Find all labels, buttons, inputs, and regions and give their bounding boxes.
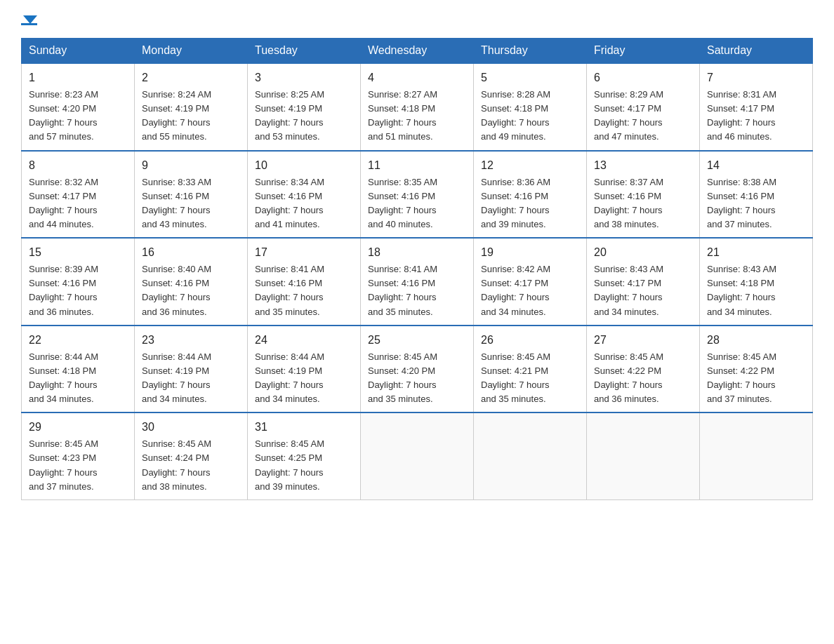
calendar-cell: 17Sunrise: 8:41 AMSunset: 4:16 PMDayligh… — [248, 238, 361, 326]
calendar-cell: 24Sunrise: 8:44 AMSunset: 4:19 PMDayligh… — [248, 326, 361, 413]
day-info: Sunrise: 8:43 AMSunset: 4:17 PMDaylight:… — [594, 262, 692, 319]
day-info: Sunrise: 8:25 AMSunset: 4:19 PMDaylight:… — [255, 88, 353, 145]
day-info: Sunrise: 8:38 AMSunset: 4:16 PMDaylight:… — [707, 175, 805, 232]
calendar-cell: 20Sunrise: 8:43 AMSunset: 4:17 PMDayligh… — [587, 238, 700, 326]
calendar-cell: 7Sunrise: 8:31 AMSunset: 4:17 PMDaylight… — [700, 63, 813, 151]
calendar-cell: 21Sunrise: 8:43 AMSunset: 4:18 PMDayligh… — [700, 238, 813, 326]
calendar-cell: 26Sunrise: 8:45 AMSunset: 4:21 PMDayligh… — [474, 326, 587, 413]
day-number: 9 — [142, 157, 240, 174]
day-number: 28 — [707, 332, 805, 349]
calendar-cell: 10Sunrise: 8:34 AMSunset: 4:16 PMDayligh… — [248, 151, 361, 239]
day-number: 2 — [142, 69, 240, 86]
day-info: Sunrise: 8:34 AMSunset: 4:16 PMDaylight:… — [255, 175, 353, 232]
calendar-cell: 22Sunrise: 8:44 AMSunset: 4:18 PMDayligh… — [22, 326, 135, 413]
day-number: 15 — [29, 244, 127, 261]
logo-arrow-icon — [23, 15, 37, 24]
day-number: 7 — [707, 69, 805, 86]
day-number: 21 — [707, 244, 805, 261]
day-number: 23 — [142, 332, 240, 349]
day-info: Sunrise: 8:28 AMSunset: 4:18 PMDaylight:… — [481, 88, 579, 145]
header-day-wednesday: Wednesday — [361, 39, 474, 64]
calendar-cell: 3Sunrise: 8:25 AMSunset: 4:19 PMDaylight… — [248, 63, 361, 151]
calendar-cell: 13Sunrise: 8:37 AMSunset: 4:16 PMDayligh… — [587, 151, 700, 239]
calendar-cell: 31Sunrise: 8:45 AMSunset: 4:25 PMDayligh… — [248, 412, 361, 499]
day-info: Sunrise: 8:29 AMSunset: 4:17 PMDaylight:… — [594, 88, 692, 145]
calendar-cell: 2Sunrise: 8:24 AMSunset: 4:19 PMDaylight… — [135, 63, 248, 151]
day-number: 26 — [481, 332, 579, 349]
day-info: Sunrise: 8:43 AMSunset: 4:18 PMDaylight:… — [707, 262, 805, 319]
calendar-cell: 8Sunrise: 8:32 AMSunset: 4:17 PMDaylight… — [22, 151, 135, 239]
day-number: 6 — [594, 69, 692, 86]
day-number: 18 — [368, 244, 466, 261]
day-info: Sunrise: 8:45 AMSunset: 4:25 PMDaylight:… — [255, 437, 353, 494]
day-number: 31 — [255, 419, 353, 436]
header-day-tuesday: Tuesday — [248, 39, 361, 64]
day-info: Sunrise: 8:40 AMSunset: 4:16 PMDaylight:… — [142, 262, 240, 319]
day-info: Sunrise: 8:39 AMSunset: 4:16 PMDaylight:… — [29, 262, 127, 319]
day-info: Sunrise: 8:45 AMSunset: 4:20 PMDaylight:… — [368, 350, 466, 407]
day-number: 1 — [29, 69, 127, 86]
calendar-cell: 15Sunrise: 8:39 AMSunset: 4:16 PMDayligh… — [22, 238, 135, 326]
calendar-cell: 30Sunrise: 8:45 AMSunset: 4:24 PMDayligh… — [135, 412, 248, 499]
page-header — [21, 14, 813, 25]
calendar-cell — [361, 412, 474, 499]
logo — [21, 14, 37, 22]
calendar-cell: 5Sunrise: 8:28 AMSunset: 4:18 PMDaylight… — [474, 63, 587, 151]
day-number: 29 — [29, 419, 127, 436]
calendar-cell — [587, 412, 700, 499]
week-row-3: 15Sunrise: 8:39 AMSunset: 4:16 PMDayligh… — [22, 238, 813, 326]
calendar-cell: 19Sunrise: 8:42 AMSunset: 4:17 PMDayligh… — [474, 238, 587, 326]
day-info: Sunrise: 8:45 AMSunset: 4:23 PMDaylight:… — [29, 437, 127, 494]
day-info: Sunrise: 8:41 AMSunset: 4:16 PMDaylight:… — [368, 262, 466, 319]
calendar-cell — [700, 412, 813, 499]
day-info: Sunrise: 8:35 AMSunset: 4:16 PMDaylight:… — [368, 175, 466, 232]
day-info: Sunrise: 8:44 AMSunset: 4:19 PMDaylight:… — [142, 350, 240, 407]
calendar-cell: 14Sunrise: 8:38 AMSunset: 4:16 PMDayligh… — [700, 151, 813, 239]
day-number: 17 — [255, 244, 353, 261]
header-day-saturday: Saturday — [700, 39, 813, 64]
day-number: 20 — [594, 244, 692, 261]
week-row-5: 29Sunrise: 8:45 AMSunset: 4:23 PMDayligh… — [22, 412, 813, 499]
day-info: Sunrise: 8:32 AMSunset: 4:17 PMDaylight:… — [29, 175, 127, 232]
calendar-cell: 11Sunrise: 8:35 AMSunset: 4:16 PMDayligh… — [361, 151, 474, 239]
calendar-cell: 6Sunrise: 8:29 AMSunset: 4:17 PMDaylight… — [587, 63, 700, 151]
day-number: 22 — [29, 332, 127, 349]
week-row-1: 1Sunrise: 8:23 AMSunset: 4:20 PMDaylight… — [22, 63, 813, 151]
calendar-cell: 4Sunrise: 8:27 AMSunset: 4:18 PMDaylight… — [361, 63, 474, 151]
day-info: Sunrise: 8:45 AMSunset: 4:21 PMDaylight:… — [481, 350, 579, 407]
day-info: Sunrise: 8:24 AMSunset: 4:19 PMDaylight:… — [142, 88, 240, 145]
day-info: Sunrise: 8:42 AMSunset: 4:17 PMDaylight:… — [481, 262, 579, 319]
calendar-cell: 23Sunrise: 8:44 AMSunset: 4:19 PMDayligh… — [135, 326, 248, 413]
calendar-body: 1Sunrise: 8:23 AMSunset: 4:20 PMDaylight… — [22, 63, 813, 499]
day-info: Sunrise: 8:23 AMSunset: 4:20 PMDaylight:… — [29, 88, 127, 145]
day-number: 14 — [707, 157, 805, 174]
day-number: 24 — [255, 332, 353, 349]
day-number: 11 — [368, 157, 466, 174]
day-number: 12 — [481, 157, 579, 174]
calendar-cell — [474, 412, 587, 499]
day-number: 16 — [142, 244, 240, 261]
day-number: 30 — [142, 419, 240, 436]
header-day-friday: Friday — [587, 39, 700, 64]
calendar-cell: 29Sunrise: 8:45 AMSunset: 4:23 PMDayligh… — [22, 412, 135, 499]
day-info: Sunrise: 8:41 AMSunset: 4:16 PMDaylight:… — [255, 262, 353, 319]
week-row-4: 22Sunrise: 8:44 AMSunset: 4:18 PMDayligh… — [22, 326, 813, 413]
calendar-cell: 25Sunrise: 8:45 AMSunset: 4:20 PMDayligh… — [361, 326, 474, 413]
day-info: Sunrise: 8:37 AMSunset: 4:16 PMDaylight:… — [594, 175, 692, 232]
day-number: 13 — [594, 157, 692, 174]
header-row: SundayMondayTuesdayWednesdayThursdayFrid… — [22, 39, 813, 64]
calendar-cell: 12Sunrise: 8:36 AMSunset: 4:16 PMDayligh… — [474, 151, 587, 239]
calendar-cell: 1Sunrise: 8:23 AMSunset: 4:20 PMDaylight… — [22, 63, 135, 151]
day-info: Sunrise: 8:45 AMSunset: 4:22 PMDaylight:… — [707, 350, 805, 407]
calendar-table: SundayMondayTuesdayWednesdayThursdayFrid… — [21, 38, 813, 500]
calendar-cell: 16Sunrise: 8:40 AMSunset: 4:16 PMDayligh… — [135, 238, 248, 326]
day-info: Sunrise: 8:45 AMSunset: 4:22 PMDaylight:… — [594, 350, 692, 407]
day-number: 19 — [481, 244, 579, 261]
calendar-cell: 18Sunrise: 8:41 AMSunset: 4:16 PMDayligh… — [361, 238, 474, 326]
day-info: Sunrise: 8:44 AMSunset: 4:19 PMDaylight:… — [255, 350, 353, 407]
calendar-cell: 9Sunrise: 8:33 AMSunset: 4:16 PMDaylight… — [135, 151, 248, 239]
header-day-sunday: Sunday — [22, 39, 135, 64]
calendar-cell: 28Sunrise: 8:45 AMSunset: 4:22 PMDayligh… — [700, 326, 813, 413]
day-number: 25 — [368, 332, 466, 349]
day-info: Sunrise: 8:45 AMSunset: 4:24 PMDaylight:… — [142, 437, 240, 494]
